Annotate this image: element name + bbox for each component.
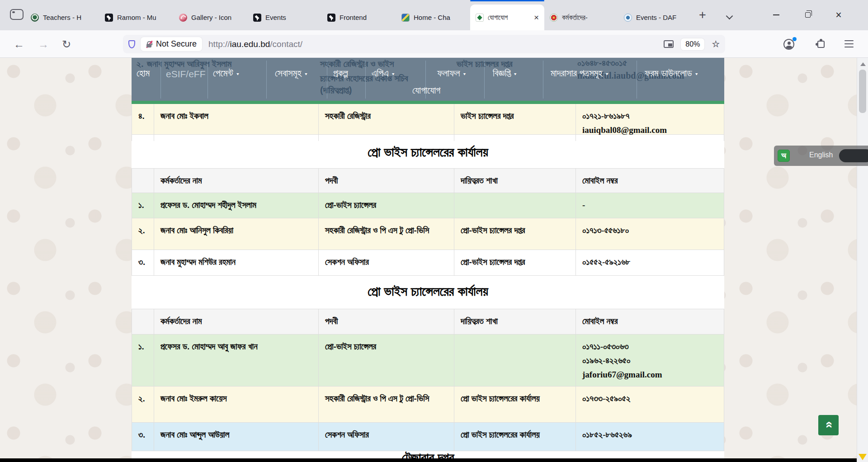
nav-separator — [365, 61, 366, 99]
nav-item-home[interactable]: হোম — [137, 68, 150, 79]
window-restore-button[interactable] — [800, 8, 816, 22]
nav-item-contact[interactable]: যোগাযোগ — [412, 85, 440, 96]
tab-events-daf[interactable]: Events - DAF — [618, 5, 693, 30]
cell-email: iauiqbal08@gmail.com — [582, 125, 667, 135]
tab-contact-active[interactable]: যোগাযোগ × — [470, 5, 544, 30]
new-tab-button[interactable]: + — [699, 8, 706, 22]
firefox-view-icon[interactable] — [10, 9, 24, 20]
nav-item-esif[interactable]: eSIF/eFF — [166, 69, 206, 80]
nav-item-services[interactable]: সেবাসমূহ▾ — [275, 68, 307, 79]
chevron-down-icon: ▾ — [695, 69, 698, 78]
col-sl — [132, 169, 154, 193]
extensions-puzzle-icon[interactable] — [817, 41, 825, 48]
tab-frontend[interactable]: Frontend — [322, 5, 396, 30]
scrollbar-thumb[interactable] — [859, 70, 866, 113]
tab-title: Gallery - Icon — [191, 14, 231, 21]
table-row: ২. জনাব মোঃ ইমরুল কায়েস সহকারী রেজিস্ট্… — [132, 387, 724, 423]
nav-separator — [425, 61, 426, 99]
table-row: ৩. জনাব মুহাম্মদ মশিউর রহমান সেকশন অফিসা… — [132, 250, 724, 276]
university-crest-favicon — [31, 14, 39, 22]
cell-mobile: ০১৭২১-৮৬১৯৮৭iauiqbal08@gmail.com — [576, 104, 724, 141]
blue-crest-favicon — [624, 14, 632, 22]
scroll-to-top-button[interactable]: » — [818, 415, 839, 435]
forward-button[interactable]: → — [38, 38, 49, 51]
graduation-cap-favicon — [105, 14, 113, 22]
govt-seal-favicon — [550, 14, 558, 22]
site-navbar: ২. জনাব মুহাম্মদ আরিফুল ইসলাম সহকারী রেজ… — [132, 58, 724, 101]
tab-bar: Teachers - H Ramom - Mu Gallery - Icon E… — [0, 0, 868, 30]
tab-close-icon[interactable]: × — [534, 13, 539, 22]
navbar-green-border — [132, 101, 724, 104]
back-button[interactable]: ← — [14, 38, 24, 51]
tab-ramom[interactable]: Ramom - Mu — [99, 5, 174, 30]
page-viewport: ২. জনাব মুহাম্মদ আরিফুল ইসলাম সহকারী রেজ… — [0, 58, 857, 462]
cell-branch: ভাইস চ্যান্সেলর দপ্তর — [454, 104, 576, 141]
cell-email: jaforiu67@gmail.com — [582, 370, 662, 379]
cell-name: জনাব মোঃ ইকবাল — [154, 104, 318, 141]
nav-separator — [484, 61, 485, 99]
col-branch: দায়িত্বরত শাখা — [454, 169, 576, 193]
nav-item-madrasah-letters[interactable]: মাদরাসার পত্রসমূহ▾ — [551, 68, 609, 79]
swirl-favicon — [179, 14, 187, 22]
tracking-protection-shield-icon[interactable] — [128, 40, 135, 48]
nav-separator — [327, 61, 327, 99]
tab-teachers[interactable]: Teachers - H — [25, 5, 99, 30]
nav-item-apa[interactable]: এপিএ▾ — [372, 68, 395, 79]
nav-item-form-download[interactable]: ফরম ডাউনলোড▾ — [645, 68, 698, 79]
col-mobile: মোবাইল নম্বর — [576, 169, 724, 193]
table-row: ১. প্রফেসর ড. মোহাম্মদ আবু জাফর খান প্রো… — [132, 335, 724, 387]
nav-separator — [266, 61, 267, 99]
bottom-black-bar — [0, 458, 857, 462]
picture-in-picture-icon[interactable] — [664, 40, 674, 48]
security-label: Not Secure — [156, 39, 197, 49]
table-row: ৩. জনাব মোঃ আব্দুল আউয়াল সেকশন অফিসার প… — [132, 423, 724, 451]
tab-events[interactable]: Events — [248, 5, 322, 30]
tab-officials[interactable]: কর্মকর্তাদের- — [544, 5, 618, 30]
tab-title: Teachers - H — [43, 14, 81, 21]
bookmark-star-icon[interactable]: ☆ — [712, 38, 720, 50]
vertical-scrollbar[interactable] — [857, 58, 868, 462]
content-card: ২. জনাব মুহাম্মদ আরিফুল ইসলাম সহকারী রেজ… — [132, 58, 724, 462]
window-close-button[interactable]: × — [831, 8, 846, 22]
cell-sl: ৪. — [132, 104, 154, 141]
tab-title: Events - DAF — [636, 14, 676, 21]
tab-home[interactable]: Home - Cha — [396, 5, 470, 30]
bangla-letter-icon: অ — [778, 150, 790, 162]
url-text: http://iau.edu.bd/contact/ — [208, 39, 302, 49]
reload-button[interactable]: ↻ — [62, 38, 71, 51]
zoom-level-indicator[interactable]: 80% — [681, 38, 704, 50]
language-label: English — [809, 151, 833, 159]
cell-designation: সহকারী রেজিস্ট্রার — [318, 104, 454, 141]
scrollbar-up-arrow[interactable] — [860, 62, 866, 66]
col-mobile: মোবাইল নম্বর — [576, 309, 724, 334]
language-toggle-pill[interactable] — [839, 149, 868, 162]
col-branch: দায়িত্বরত শাখা — [454, 309, 576, 334]
menu-hamburger-icon[interactable] — [844, 40, 854, 49]
tab-list-chevron-icon[interactable] — [726, 13, 733, 20]
nav-separator — [208, 61, 208, 99]
nav-item-payment[interactable]: পেমেন্ট▾ — [213, 68, 239, 79]
color-crest-favicon — [401, 14, 410, 22]
col-name: কর্মকর্তাদের নাম — [154, 309, 318, 334]
nav-item-projects[interactable]: প্রকল্প — [333, 68, 348, 79]
tab-title: Home - Cha — [414, 14, 450, 21]
browser-window: Teachers - H Ramom - Mu Gallery - Icon E… — [0, 0, 868, 462]
nav-item-results[interactable]: ফলাফল▾ — [437, 68, 466, 79]
active-tab-keyline — [470, 0, 544, 1]
account-notification-dot — [793, 37, 797, 41]
nav-separator — [160, 61, 161, 99]
tab-gallery[interactable]: Gallery - Icon — [174, 5, 248, 30]
tab-title: Frontend — [340, 14, 367, 21]
tab-title: কর্মকর্তাদের- — [562, 14, 588, 22]
url-bar[interactable]: Not Secure http://iau.edu.bd/contact/ 80… — [123, 35, 725, 53]
graduation-cap-favicon — [253, 14, 261, 22]
contact-table-1: কর্মকর্তাদের নাম পদবী দায়িত্বরত শাখা মো… — [132, 168, 724, 276]
nav-separator — [637, 61, 637, 99]
language-translate-widget[interactable]: অ English — [774, 146, 868, 166]
tab-title: Events — [265, 14, 286, 21]
nav-item-notices[interactable]: বিজ্ঞপ্তি▾ — [493, 68, 517, 79]
not-secure-chip[interactable]: Not Secure — [141, 37, 202, 51]
chevron-down-icon: ▾ — [392, 69, 395, 78]
chevron-down-icon: ▾ — [305, 69, 307, 78]
window-minimize-button[interactable] — [769, 8, 784, 22]
